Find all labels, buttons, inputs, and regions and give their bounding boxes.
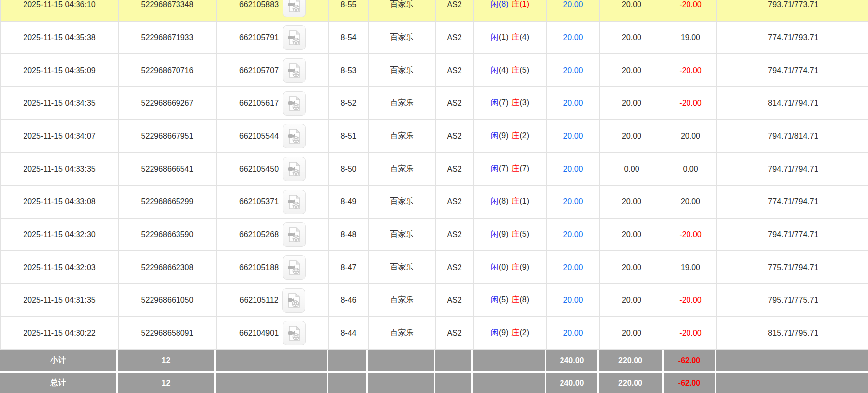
- bet-time: 2025-11-15 04:35:09: [1, 54, 119, 86]
- game-name: 百家乐: [369, 251, 436, 283]
- round-id: 662105188: [239, 263, 279, 272]
- round-id: 662104901: [239, 329, 279, 338]
- round-number: 8-48: [329, 219, 369, 250]
- win-loss-amount: -20.00: [664, 54, 717, 86]
- round-id: 662105544: [239, 132, 279, 141]
- table-name: AS2: [436, 54, 474, 86]
- table-name: AS2: [436, 153, 474, 185]
- video-replay-button[interactable]: [283, 157, 306, 181]
- video-replay-icon: [287, 161, 301, 177]
- video-replay-button[interactable]: [282, 288, 305, 313]
- round-number: 8-49: [329, 186, 369, 218]
- win-loss-amount: 20.00: [664, 120, 717, 152]
- valid-bet-amount[interactable]: 20.00: [547, 284, 600, 316]
- balance: 794.71/774.71: [717, 219, 868, 250]
- bet-time: 2025-11-15 04:33:08: [1, 186, 119, 218]
- valid-bet-amount[interactable]: 20.00: [547, 186, 600, 218]
- banker-result: 庄(8): [512, 295, 530, 305]
- video-replay-button[interactable]: [283, 91, 306, 116]
- round-id-cell: 662105112: [217, 284, 329, 316]
- bet-time: 2025-11-15 04:33:35: [1, 153, 119, 185]
- valid-bet-amount[interactable]: 20.00: [547, 120, 600, 152]
- valid-bet-amount[interactable]: 20.00: [547, 219, 600, 250]
- bet-id: 522968662308: [119, 251, 217, 283]
- bet-amount: 20.00: [600, 186, 664, 218]
- valid-bet-amount[interactable]: 20.00: [547, 251, 600, 283]
- round-id: 662105707: [239, 66, 279, 75]
- table-row[interactable]: 2025-11-15 04:33:35 522968666541 6621054…: [0, 152, 868, 185]
- round-number: 8-51: [329, 120, 369, 152]
- player-result: 闲(9): [491, 328, 509, 338]
- game-name: 百家乐: [369, 87, 436, 119]
- round-id-cell: 662104901: [217, 317, 329, 349]
- valid-bet-amount[interactable]: 20.00: [547, 87, 600, 119]
- round-id: 662105112: [240, 296, 279, 305]
- table-row[interactable]: 2025-11-15 04:33:08 522968665299 6621053…: [0, 185, 868, 218]
- video-replay-button[interactable]: [283, 321, 306, 345]
- banker-result: 庄(1): [512, 196, 530, 207]
- round-id-cell: 662105371: [217, 186, 329, 218]
- player-result: 闲(5): [491, 295, 509, 305]
- win-loss-amount: 0.00: [664, 153, 717, 185]
- valid-bet-amount[interactable]: 20.00: [547, 153, 600, 185]
- banker-result: 庄(9): [512, 262, 530, 272]
- player-result: 闲(9): [491, 131, 509, 141]
- valid-bet-amount[interactable]: 20.00: [547, 22, 600, 53]
- table-name: AS2: [436, 284, 474, 316]
- table-row[interactable]: 2025-11-15 04:36:10 522968673348 6621058…: [0, 0, 868, 21]
- video-replay-button[interactable]: [283, 124, 306, 148]
- table-row[interactable]: 2025-11-15 04:35:09 522968670716 6621057…: [0, 53, 868, 86]
- video-replay-button[interactable]: [283, 222, 306, 247]
- video-replay-icon: [287, 0, 301, 13]
- bet-time: 2025-11-15 04:31:35: [1, 284, 119, 316]
- table-row[interactable]: 2025-11-15 04:31:35 522968661050 6621051…: [0, 283, 868, 316]
- table-name: AS2: [436, 87, 474, 119]
- bet-id: 522968666541: [119, 153, 217, 185]
- bet-amount: 20.00: [600, 317, 664, 349]
- table-row[interactable]: 2025-11-15 04:35:38 522968671933 6621057…: [0, 21, 868, 53]
- bet-id: 522968671933: [119, 22, 217, 53]
- game-result: 闲(5) 庄(8): [474, 284, 547, 316]
- game-result: 闲(1) 庄(4): [474, 22, 547, 53]
- table-name: AS2: [436, 317, 474, 349]
- video-replay-button[interactable]: [283, 25, 306, 50]
- table-name: AS2: [436, 219, 474, 250]
- game-name: 百家乐: [369, 317, 436, 349]
- video-replay-button[interactable]: [283, 58, 306, 83]
- bet-id: 522968661050: [119, 284, 217, 316]
- player-result: 闲(7): [491, 164, 509, 174]
- table-row[interactable]: 2025-11-15 04:34:35 522968669267 6621056…: [0, 86, 868, 119]
- win-loss-amount: -20.00: [664, 87, 717, 119]
- video-replay-button[interactable]: [283, 255, 306, 280]
- table-row[interactable]: 2025-11-15 04:32:30 522968663590 6621052…: [0, 218, 868, 250]
- round-id-cell: 662105188: [217, 251, 329, 283]
- player-result: 闲(1): [491, 32, 509, 43]
- table-row[interactable]: 2025-11-15 04:34:07 522968667951 6621055…: [0, 119, 868, 152]
- bet-amount: 20.00: [600, 120, 664, 152]
- valid-bet-amount[interactable]: 20.00: [547, 0, 600, 21]
- valid-bet-amount[interactable]: 20.00: [547, 54, 600, 86]
- banker-result: 庄(5): [512, 65, 530, 75]
- table-name: AS2: [436, 22, 474, 53]
- bet-time: 2025-11-15 04:35:38: [1, 22, 119, 53]
- game-result: 闲(7) 庄(3): [474, 87, 547, 119]
- round-id: 662105450: [239, 165, 279, 173]
- bet-amount: 20.00: [600, 284, 664, 316]
- round-id-cell: 662105544: [217, 120, 329, 152]
- table-row[interactable]: 2025-11-15 04:32:03 522968662308 6621051…: [0, 250, 868, 283]
- game-name: 百家乐: [369, 284, 436, 316]
- video-replay-button[interactable]: [283, 190, 306, 214]
- bet-time: 2025-11-15 04:30:22: [1, 317, 119, 349]
- video-replay-button[interactable]: [283, 0, 306, 17]
- bet-id: 522968670716: [119, 54, 217, 86]
- bet-amount: 0.00: [600, 153, 664, 185]
- valid-bet-amount[interactable]: 20.00: [547, 317, 600, 349]
- table-row[interactable]: 2025-11-15 04:30:22 522968658091 6621049…: [0, 316, 868, 349]
- round-id: 662105371: [239, 197, 279, 206]
- game-name: 百家乐: [369, 54, 436, 86]
- round-id-cell: 662105450: [217, 153, 329, 185]
- subtotal-row: 小计 12 240.00 220.00 -62.00: [0, 349, 868, 371]
- video-replay-icon: [287, 325, 301, 341]
- video-replay-icon: [287, 260, 301, 275]
- round-id: 662105268: [239, 230, 279, 239]
